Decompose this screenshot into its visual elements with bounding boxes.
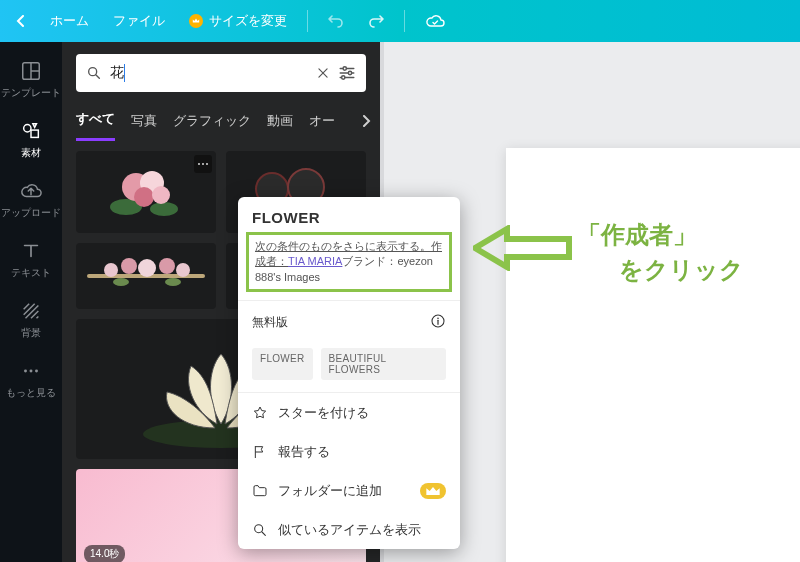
callout-arrow xyxy=(473,225,573,275)
top-bar: ホーム ファイル サイズを変更 xyxy=(0,0,800,42)
callout-line2: をクリック xyxy=(577,253,744,288)
tab-photos[interactable]: 写真 xyxy=(131,106,157,140)
text-icon xyxy=(20,240,42,262)
popover-folder-row[interactable]: フォルダーに追加 xyxy=(238,471,460,510)
svg-line-44 xyxy=(262,532,265,535)
chevron-right-icon[interactable] xyxy=(361,115,371,127)
redo-icon xyxy=(368,14,384,28)
rail-elements[interactable]: 素材 xyxy=(0,110,62,170)
popover-star-label: スターを付ける xyxy=(278,404,369,422)
search-icon xyxy=(86,65,102,81)
popover-folder-label: フォルダーに追加 xyxy=(278,482,382,500)
popover-meta-box: 次の条件のものをさらに表示する。作成者：TIA MARIAブランド：eyezon… xyxy=(246,232,452,292)
rail-more-label: もっと見る xyxy=(6,386,56,400)
rail-text[interactable]: テキスト xyxy=(0,230,62,290)
popover-similar-row[interactable]: 似ているアイテムを表示 xyxy=(238,510,460,549)
tab-all[interactable]: すべて xyxy=(76,104,115,141)
popover-tags: FLOWER BEAUTIFUL FLOWERS xyxy=(238,344,460,392)
search-value: 花 xyxy=(110,64,124,82)
svg-point-33 xyxy=(121,258,137,274)
svg-rect-4 xyxy=(31,130,38,137)
more-horizontal-icon xyxy=(20,360,42,382)
clear-search-button[interactable] xyxy=(316,66,330,80)
rail-uploads[interactable]: アップロード xyxy=(0,170,62,230)
tab-graphics[interactable]: グラフィック xyxy=(173,106,251,140)
popover-title: FLOWER xyxy=(238,197,460,232)
rail-templates[interactable]: テンプレート xyxy=(0,50,62,110)
svg-point-13 xyxy=(89,68,97,76)
undo-button[interactable] xyxy=(318,8,354,34)
file-menu[interactable]: ファイル xyxy=(103,6,175,36)
templates-icon xyxy=(20,60,42,82)
svg-point-3 xyxy=(24,125,31,132)
popover-meta-prefix: 次の条件のものをさらに表示する。 xyxy=(255,240,431,252)
rail-background-label: 背景 xyxy=(21,326,41,340)
svg-point-41 xyxy=(437,318,439,320)
svg-point-43 xyxy=(255,525,263,533)
rail-more[interactable]: もっと見る xyxy=(0,350,62,410)
canvas-page[interactable] xyxy=(506,148,800,562)
result-thumb[interactable] xyxy=(76,243,216,309)
flower-graphic-icon xyxy=(81,246,211,306)
svg-point-20 xyxy=(348,71,351,74)
arrow-left-icon xyxy=(473,225,573,271)
back-button[interactable] xyxy=(6,9,36,33)
filter-button[interactable] xyxy=(338,65,356,81)
callout-text: 「作成者」 をクリック xyxy=(577,218,744,288)
tab-video[interactable]: 動画 xyxy=(267,106,293,140)
rail-uploads-label: アップロード xyxy=(1,206,61,220)
rail-background[interactable]: 背景 xyxy=(0,290,62,350)
tab-audio[interactable]: オー xyxy=(309,106,335,140)
popover-report-row[interactable]: 報告する xyxy=(238,432,460,471)
resize-button[interactable]: サイズを変更 xyxy=(179,6,297,36)
rail-templates-label: テンプレート xyxy=(1,86,61,100)
crown-icon xyxy=(425,483,441,499)
item-options-button[interactable]: ⋯ xyxy=(194,155,212,173)
element-context-popover: FLOWER 次の条件のものをさらに表示する。作成者：TIA MARIAブランド… xyxy=(238,197,460,549)
popover-report-label: 報告する xyxy=(278,443,330,461)
category-tabs: すべて 写真 グラフィック 動画 オー xyxy=(62,100,380,141)
pro-badge xyxy=(420,483,446,499)
tag-link[interactable]: FLOWER xyxy=(252,348,313,380)
svg-point-24 xyxy=(150,202,178,216)
info-icon[interactable] xyxy=(430,313,446,332)
rail-text-label: テキスト xyxy=(11,266,51,280)
resize-label: サイズを変更 xyxy=(209,12,287,30)
popover-brand-label: ブランド： xyxy=(342,255,397,267)
crown-icon xyxy=(189,14,203,28)
flower-graphic-icon xyxy=(86,157,206,227)
result-thumb[interactable]: ⋯ xyxy=(76,151,216,233)
background-icon xyxy=(20,300,42,322)
side-rail: テンプレート 素材 アップロード テキスト 背景 もっと見る xyxy=(0,42,62,562)
svg-line-5 xyxy=(24,304,30,310)
svg-point-11 xyxy=(30,370,33,373)
svg-line-9 xyxy=(37,317,39,319)
svg-point-18 xyxy=(343,67,346,70)
folder-icon xyxy=(252,483,268,499)
svg-point-38 xyxy=(165,278,181,286)
file-label: ファイル xyxy=(113,12,165,30)
tag-link[interactable]: BEAUTIFUL FLOWERS xyxy=(321,348,446,380)
svg-point-12 xyxy=(35,370,38,373)
svg-point-22 xyxy=(342,76,345,79)
home-button[interactable]: ホーム xyxy=(40,6,99,36)
svg-point-10 xyxy=(24,370,27,373)
svg-point-36 xyxy=(176,263,190,277)
svg-line-6 xyxy=(24,304,35,315)
search-box[interactable]: 花 xyxy=(76,54,366,92)
cloud-sync-button[interactable] xyxy=(415,8,455,34)
cloud-check-icon xyxy=(425,14,445,28)
home-label: ホーム xyxy=(50,12,89,30)
star-icon xyxy=(252,405,268,421)
redo-button[interactable] xyxy=(358,8,394,34)
svg-line-14 xyxy=(96,75,99,78)
elements-icon xyxy=(20,120,42,142)
flag-icon xyxy=(252,444,268,460)
popover-star-row[interactable]: スターを付ける xyxy=(238,393,460,432)
video-duration-badge: 14.0秒 xyxy=(84,545,125,562)
popover-author-link[interactable]: TIA MARIA xyxy=(288,255,342,267)
popover-license-row: 無料版 xyxy=(238,301,460,344)
search-input[interactable] xyxy=(125,65,308,81)
svg-point-32 xyxy=(104,263,118,277)
popover-similar-label: 似ているアイテムを表示 xyxy=(278,521,421,539)
